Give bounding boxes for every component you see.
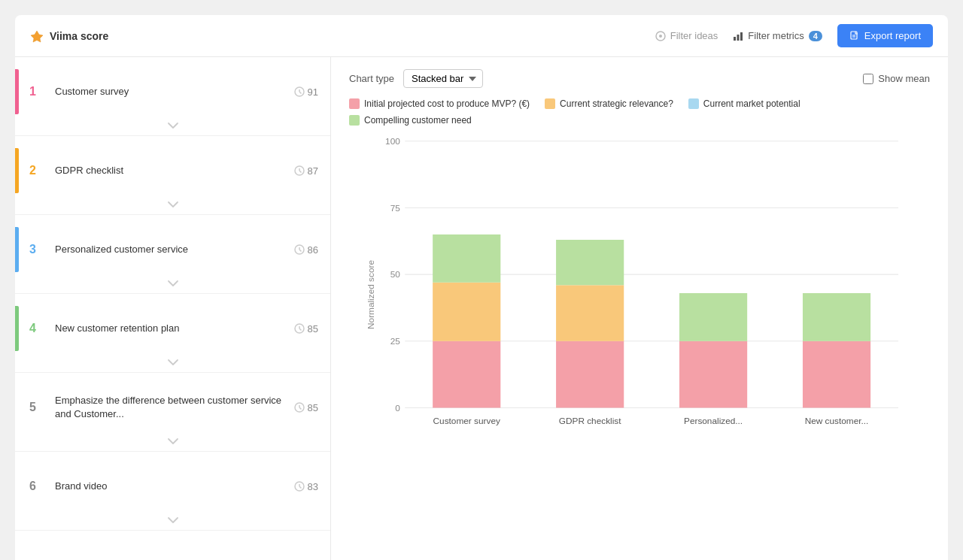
legend-label: Current market potential (703, 98, 800, 109)
svg-rect-44 (433, 341, 500, 408)
chevron-row[interactable] (15, 199, 330, 214)
score-icon (294, 402, 305, 413)
list-item: 4 New customer retention plan 85 (15, 294, 330, 373)
main-panel: Viima score Filter ideas Filter metrics … (15, 15, 948, 560)
legend-item: Compelling customer need (349, 115, 472, 126)
chevron-row[interactable] (15, 515, 330, 530)
filter-ideas-label: Filter ideas (670, 30, 718, 41)
svg-rect-53 (679, 293, 747, 341)
score-icon (294, 165, 305, 176)
list-item-row[interactable]: 6 Brand video 83 (15, 452, 330, 515)
left-list: 1 Customer survey 91 2 GDPR checklist (15, 57, 331, 560)
item-title: New customer retention plan (55, 322, 288, 335)
rank-number: 4 (29, 322, 44, 335)
legend-label: Initial projected cost to produce MVP? (… (364, 98, 530, 109)
list-item-row[interactable]: 5 Emphasize the difference between custo… (15, 373, 330, 436)
rank-number: 5 (29, 401, 44, 414)
brand: Viima score (30, 29, 108, 43)
item-title: Personalized customer service (55, 243, 288, 256)
svg-rect-45 (433, 283, 500, 341)
list-item-row[interactable]: 4 New customer retention plan 85 (15, 294, 330, 357)
item-score: 85 (294, 402, 318, 413)
filter-metrics-button[interactable]: Filter metrics 4 (733, 30, 822, 41)
chevron-row[interactable] (15, 278, 330, 293)
chart-svg: 0255075100Normalized scoreCustomer surve… (349, 133, 930, 456)
rank-indicator (15, 543, 19, 560)
legend-label: Current strategic relevance? (560, 98, 673, 109)
score-icon (294, 244, 305, 255)
svg-point-2 (659, 35, 662, 38)
score-icon (294, 86, 305, 97)
svg-text:75: 75 (390, 203, 401, 213)
export-button[interactable]: Export report (837, 24, 933, 47)
rank-number: 1 (29, 85, 44, 98)
list-item: 1 Customer survey 91 (15, 57, 330, 136)
list-item-row[interactable]: 3 Personalized customer service 86 (15, 215, 330, 278)
item-score: 83 (294, 481, 318, 492)
list-item: 2 GDPR checklist 87 (15, 136, 330, 215)
filter-metrics-label: Filter metrics (748, 30, 804, 41)
legend-color (545, 98, 555, 109)
show-mean-area: Show mean (863, 73, 930, 84)
legend-label: Compelling customer need (364, 115, 472, 126)
svg-text:GDPR checklist: GDPR checklist (559, 416, 621, 426)
show-mean-checkbox[interactable] (863, 74, 873, 84)
svg-rect-52 (679, 341, 747, 408)
item-score: 91 (294, 86, 318, 98)
svg-text:Normalized score: Normalized score (366, 260, 376, 329)
list-item: 7 Casual meetups with customers 83 (15, 531, 330, 560)
legend-color (349, 98, 360, 109)
svg-rect-49 (556, 285, 624, 341)
rank-indicator (15, 306, 19, 351)
item-score: 85 (294, 323, 318, 334)
chart-legend: Initial projected cost to produce MVP? (… (349, 98, 930, 126)
svg-text:New customer...: New customer... (805, 416, 869, 426)
legend-item: Current strategic relevance? (545, 98, 673, 109)
chevron-row[interactable] (15, 120, 330, 135)
legend-item: Current market potential (688, 98, 800, 109)
filter-ideas-button[interactable]: Filter ideas (655, 30, 718, 41)
body-container: 1 Customer survey 91 2 GDPR checklist (15, 57, 948, 560)
score-icon (294, 323, 305, 334)
svg-rect-46 (433, 235, 500, 283)
chevron-down-icon (167, 280, 179, 287)
chart-type-select[interactable]: Stacked bar (403, 69, 483, 88)
list-item-row[interactable]: 1 Customer survey 91 (15, 57, 330, 120)
brand-icon (30, 29, 44, 43)
item-title: Customer survey (55, 85, 288, 98)
list-item: 3 Personalized customer service 86 (15, 215, 330, 294)
app-container: Viima score Filter ideas Filter metrics … (0, 0, 963, 560)
score-icon (294, 481, 305, 492)
rank-indicator (15, 464, 19, 509)
rank-indicator (15, 148, 19, 193)
svg-rect-4 (737, 35, 740, 41)
rank-indicator (15, 69, 19, 114)
chevron-down-icon (167, 201, 179, 208)
rank-number: 6 (29, 480, 44, 493)
rank-number: 3 (29, 243, 44, 256)
chevron-down-icon (167, 122, 179, 129)
legend-item: Initial projected cost to produce MVP? (… (349, 98, 530, 109)
list-item-row[interactable]: 2 GDPR checklist 87 (15, 136, 330, 199)
svg-line-14 (299, 171, 302, 173)
chevron-row[interactable] (15, 357, 330, 372)
chevron-down-icon (167, 437, 179, 445)
chevron-row[interactable] (15, 436, 330, 451)
svg-text:100: 100 (385, 136, 400, 147)
filter-ideas-icon (655, 31, 666, 41)
svg-rect-48 (556, 341, 624, 408)
svg-rect-5 (740, 32, 743, 41)
chart-type-label: Chart type (349, 73, 394, 84)
chevron-down-icon (167, 359, 179, 366)
svg-text:Customer survey: Customer survey (433, 416, 500, 426)
show-mean-label: Show mean (878, 73, 930, 84)
list-item: 5 Emphasize the difference between custo… (15, 373, 330, 452)
rank-indicator (15, 227, 19, 272)
list-item-row[interactable]: 7 Casual meetups with customers 83 (15, 531, 330, 560)
svg-line-17 (299, 250, 302, 252)
filter-metrics-badge: 4 (809, 31, 822, 41)
rank-indicator (15, 385, 19, 430)
item-title: Emphasize the difference between custome… (55, 394, 288, 421)
legend-color (688, 98, 699, 109)
brand-label: Viima score (50, 30, 108, 42)
